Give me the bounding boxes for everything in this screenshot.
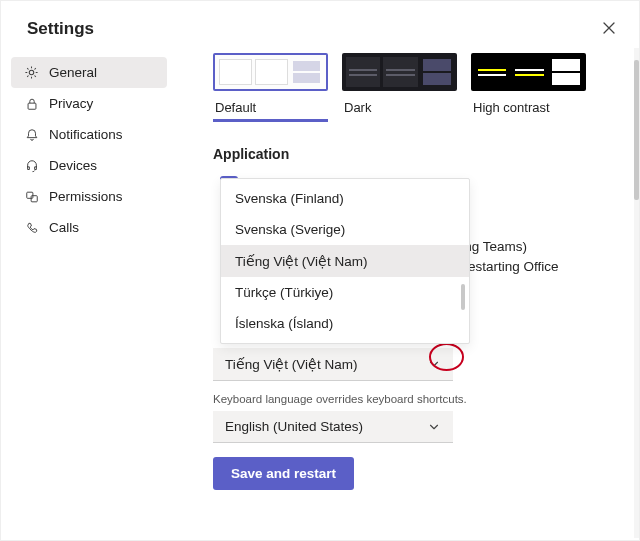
save-and-restart-button[interactable]: Save and restart [213,457,354,490]
sidebar-item-calls[interactable]: Calls [11,212,167,243]
lock-icon [23,95,40,112]
sidebar-item-label: General [49,65,97,80]
page-scrollbar[interactable] [634,48,639,538]
language-selected-value: Tiếng Việt (Việt Nam) [225,356,358,372]
language-option[interactable]: Türkçe (Türkiye) [221,277,469,308]
popup-scrollbar-thumb[interactable] [461,284,465,310]
sidebar-item-general[interactable]: General [11,57,167,88]
theme-label: High contrast [471,100,586,117]
keyboard-language-dropdown[interactable]: English (United States) [213,411,453,443]
language-option[interactable]: Svenska (Finland) [221,183,469,214]
settings-sidebar: General Privacy Notifications Devices Pe… [1,49,173,540]
chevron-down-icon [427,420,441,434]
language-options-popup: Svenska (Finland) Svenska (Sverige) Tiến… [220,178,470,344]
phone-icon [23,219,40,236]
language-option[interactable]: Íslenska (Ísland) [221,308,469,339]
language-option[interactable]: Tiếng Việt (Việt Nam) [221,245,469,277]
permission-icon [23,188,40,205]
theme-label: Dark [342,100,457,117]
close-button[interactable] [601,20,619,38]
theme-option-default[interactable]: Default [213,53,328,118]
bell-icon [23,126,40,143]
application-heading: Application [213,146,615,162]
sidebar-item-notifications[interactable]: Notifications [11,119,167,150]
sidebar-item-permissions[interactable]: Permissions [11,181,167,212]
sidebar-item-label: Permissions [49,189,123,204]
theme-preview-default [213,53,328,91]
chevron-down-icon [427,357,441,371]
sidebar-item-devices[interactable]: Devices [11,150,167,181]
gear-icon [23,64,40,81]
svg-point-0 [29,70,34,75]
language-option[interactable]: Svenska (Sverige) [221,214,469,245]
sidebar-item-label: Privacy [49,96,93,111]
theme-preview-hc [471,53,586,91]
sidebar-item-label: Notifications [49,127,123,142]
sidebar-item-label: Calls [49,220,79,235]
keyboard-language-selected-value: English (United States) [225,419,363,434]
theme-label: Default [213,100,328,122]
svg-rect-1 [28,103,36,109]
sidebar-item-privacy[interactable]: Privacy [11,88,167,119]
theme-option-dark[interactable]: Dark [342,53,457,118]
page-title: Settings [27,19,601,39]
sidebar-item-label: Devices [49,158,97,173]
keyboard-language-hint: Keyboard language overrides keyboard sho… [213,393,615,405]
headset-icon [23,157,40,174]
language-dropdown[interactable]: Tiếng Việt (Việt Nam) [213,348,453,381]
theme-preview-dark [342,53,457,91]
theme-option-high-contrast[interactable]: High contrast [471,53,586,118]
